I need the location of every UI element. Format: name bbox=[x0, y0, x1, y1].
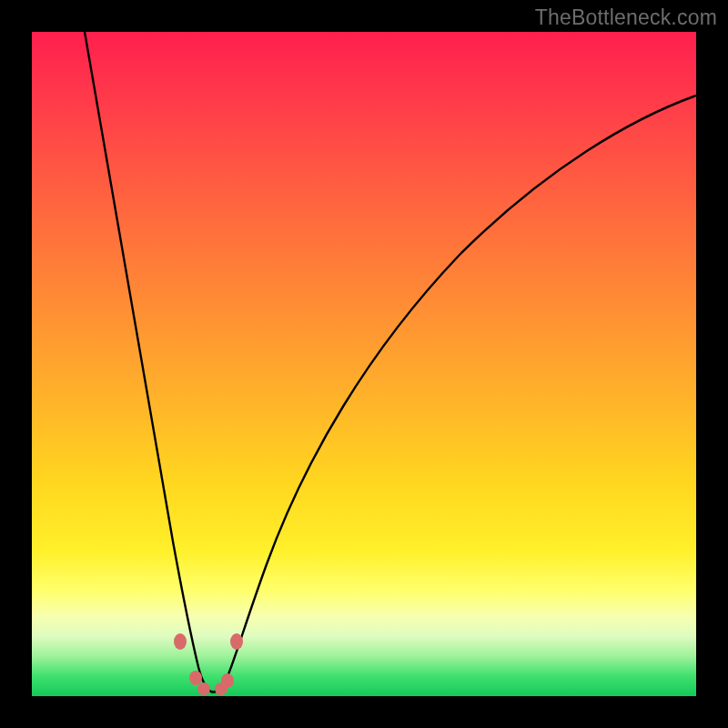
marker-dot bbox=[230, 633, 243, 650]
marker-dot bbox=[174, 633, 187, 650]
marker-dot bbox=[189, 671, 202, 685]
watermark-text: TheBottleneck.com bbox=[535, 5, 717, 30]
curve-layer bbox=[32, 32, 696, 696]
chart-frame: TheBottleneck.com bbox=[0, 0, 728, 728]
marker-dot bbox=[197, 682, 210, 695]
bottleneck-curve bbox=[85, 32, 696, 692]
marker-dot bbox=[221, 673, 234, 688]
plot-area bbox=[32, 32, 696, 696]
